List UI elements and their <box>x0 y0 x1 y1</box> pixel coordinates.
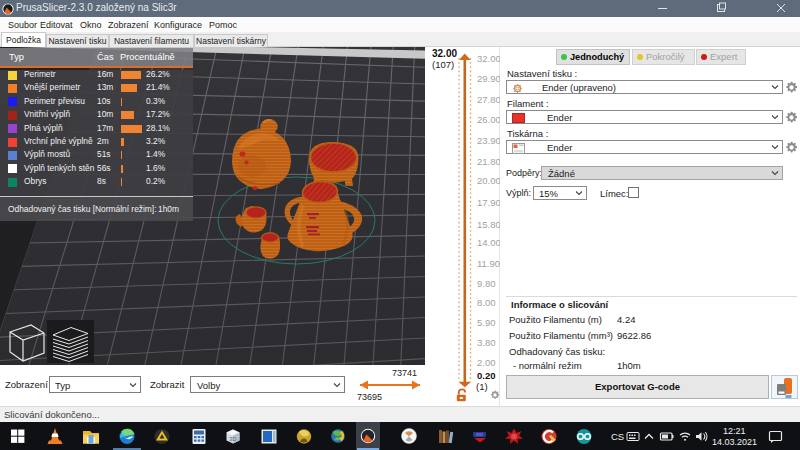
svg-text:12:21: 12:21 <box>723 426 746 436</box>
svg-text:3D: 3D <box>229 436 237 442</box>
svg-text:CS: CS <box>611 431 624 442</box>
svg-text:14.03.2021: 14.03.2021 <box>712 437 757 447</box>
